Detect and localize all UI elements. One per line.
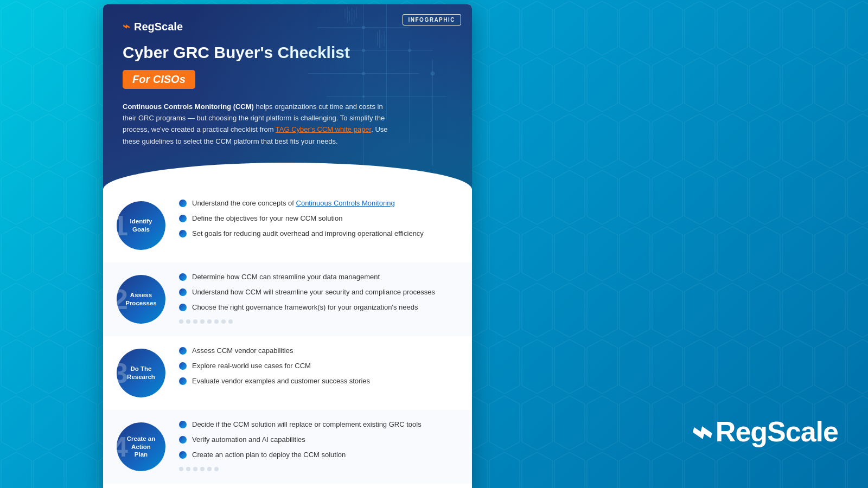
dots-decoration-2 [179,318,456,325]
bullet-4-2 [179,436,187,444]
step-4-section: 4 Create anActionPlan Decide if the CCM … [103,410,472,484]
svg-point-9 [362,72,365,75]
card-body: 1 IdentifyGoals Understand the core conc… [103,189,472,488]
step-3-label: Do TheResearch [127,365,155,381]
step-2-section: 2 AssessProcesses Determine how CCM can … [103,262,472,336]
step-3-item-1-text: Assess CCM vendor capabilities [192,346,293,356]
step-3-number: 3 [112,359,128,387]
logo-icon: ⌁ [123,20,130,34]
step-4-items: Decide if the CCM solution will replace … [168,420,456,472]
step-3-item-1: Assess CCM vendor capabilities [179,346,456,356]
step-1-item-1: Understand the core concepts of Continuo… [179,198,456,208]
step-4-label: Create anActionPlan [127,435,155,459]
logo-text: RegScale [134,21,183,33]
dots-decoration-4 [179,466,456,472]
page-title: Cyber GRC Buyer's Checklist [123,43,452,62]
step-1-label: IdentifyGoals [130,217,152,234]
step-1-item-1-text: Understand the core concepts of Continuo… [192,198,395,208]
step-3-items: Assess CCM vendor capabilities Explore r… [168,346,456,387]
right-brand: ⌁ RegScale [688,413,838,450]
bullet-4-3 [179,451,187,459]
header-curve [103,163,472,189]
step-2-circle: 2 AssessProcesses [114,272,168,326]
bullet-2-3 [179,304,187,311]
bullet-3-1 [179,347,187,355]
bullet-2-1 [179,273,187,281]
step-2-items: Determine how CCM can streamline your da… [168,272,456,325]
step-1-section: 1 IdentifyGoals Understand the core conc… [103,189,472,262]
step-3-circle: 3 Do TheResearch [114,346,168,400]
step-1-item-3: Set goals for reducing audit overhead an… [179,229,456,239]
bullet-3-3 [179,377,187,385]
svg-point-14 [431,72,435,75]
step-1-item-2: Define the objectives for your new CCM s… [179,214,456,223]
step-4-item-3: Create an action plan to deploy the CCM … [179,450,456,460]
step-3-section: 3 Do TheResearch Assess CCM vendor capab… [103,336,472,410]
step-2-item-3-text: Choose the right governance framework(s)… [192,303,418,312]
ccm-link[interactable]: Continuous Controls Monitoring [296,199,395,207]
bullet-1-2 [179,215,187,222]
bullet-1-1 [179,200,187,207]
card-header: INFOGRAPHIC ⌁ RegScale Cyber GRC Buyer's… [103,4,472,189]
bullet-1-3 [179,230,187,237]
step-2-item-1-text: Determine how CCM can streamline your da… [192,272,380,282]
step-2-item-3: Choose the right governance framework(s)… [179,303,456,312]
right-brand-icon: ⌁ [688,413,710,450]
step-2-item-2-text: Understand how CCM will streamline your … [192,287,435,297]
infographic-badge: INFOGRAPHIC [403,14,462,25]
header-description: Continuous Controls Monitoring (CCM) hel… [123,101,394,160]
main-card: INFOGRAPHIC ⌁ RegScale Cyber GRC Buyer's… [103,4,472,488]
step-4-item-1: Decide if the CCM solution will replace … [179,420,456,429]
bullet-2-2 [179,288,187,296]
step-2-label: AssessProcesses [125,291,157,307]
step-4-item-3-text: Create an action plan to deploy the CCM … [192,450,346,460]
step-3-item-3: Evaluate vendor examples and customer su… [179,376,456,386]
step-2-item-2: Understand how CCM will streamline your … [179,287,456,297]
step-1-circle: 1 IdentifyGoals [114,198,168,253]
step-4-item-1-text: Decide if the CCM solution will replace … [192,420,422,429]
bullet-3-2 [179,362,187,370]
subtitle-badge: For CISOs [123,70,195,89]
step-1-item-2-text: Define the objectives for your new CCM s… [192,214,342,223]
step-1-number: 1 [112,211,128,240]
step-4-number: 4 [112,433,128,461]
step-4-circle: 4 Create anActionPlan [114,420,168,474]
step-1-items: Understand the core concepts of Continuo… [168,198,456,239]
step-4-item-2: Verify automation and AI capabilities [179,435,456,445]
step-4-item-2-text: Verify automation and AI capabilities [192,435,305,445]
step-2-item-1: Determine how CCM can streamline your da… [179,272,456,282]
step-3-item-3-text: Evaluate vendor examples and customer su… [192,376,370,386]
step-3-item-2-text: Explore real-world use cases for CCM [192,361,311,371]
bullet-4-1 [179,421,187,428]
right-brand-text: RegScale [716,415,838,448]
white-paper-link[interactable]: TAG Cyber's CCM white paper [276,125,371,133]
step-1-item-3-text: Set goals for reducing audit overhead an… [192,229,424,239]
step-3-item-2: Explore real-world use cases for CCM [179,361,456,371]
svg-point-10 [362,95,364,97]
